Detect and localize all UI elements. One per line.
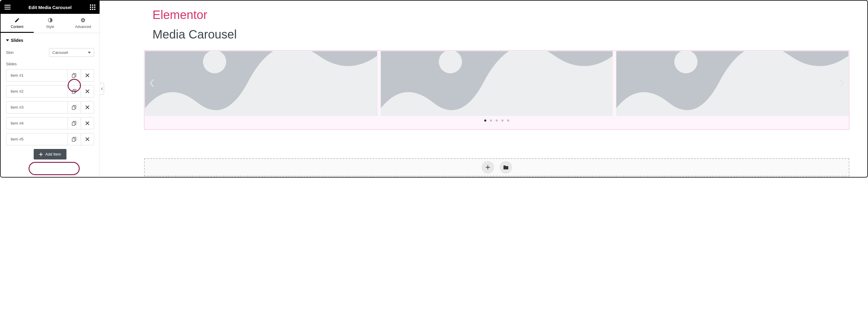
close-icon [85, 89, 89, 93]
chevron-right-icon [839, 79, 844, 88]
svg-point-26 [203, 51, 226, 73]
contrast-icon [48, 18, 53, 23]
carousel-prev-arrow[interactable] [149, 79, 155, 89]
placeholder-image-icon [145, 51, 377, 116]
plus-icon [486, 165, 490, 170]
remove-button[interactable] [81, 117, 94, 129]
skin-select[interactable]: Carousel [49, 48, 94, 57]
skin-field: Skin Carousel [6, 48, 94, 57]
svg-rect-11 [94, 9, 95, 10]
carousel-next-arrow[interactable] [839, 79, 844, 89]
add-template-button[interactable] [500, 161, 512, 174]
media-carousel-widget[interactable] [144, 50, 849, 130]
pagination-dot[interactable] [507, 119, 509, 122]
slide-repeater-item[interactable]: Item #3 [6, 101, 94, 114]
sidebar-header: Edit Media Carousel [1, 1, 99, 14]
duplicate-button[interactable] [67, 101, 81, 113]
tab-content-label: Content [11, 25, 24, 29]
content-panel: Slides Skin Carousel Slides Item #1 Item… [1, 33, 99, 177]
copy-icon [72, 137, 76, 142]
tab-advanced-label: Advanced [75, 25, 91, 29]
svg-rect-3 [90, 4, 91, 6]
skin-label: Skin [6, 50, 13, 55]
duplicate-button[interactable] [67, 133, 81, 145]
carousel-slide[interactable] [145, 51, 377, 116]
close-icon [85, 73, 89, 77]
editor-sidebar: Edit Media Carousel Content Style Advanc… [1, 1, 100, 177]
remove-button[interactable] [81, 133, 94, 145]
tab-style[interactable]: Style [34, 14, 67, 33]
svg-rect-10 [92, 9, 93, 10]
slide-item-label[interactable]: Item #5 [6, 133, 67, 145]
remove-button[interactable] [81, 86, 94, 97]
slides-repeater: Item #1 Item #2 Item #3 Item #4 Item #5 [6, 69, 94, 145]
slide-item-label[interactable]: Item #2 [6, 86, 67, 97]
add-section-button[interactable] [482, 161, 494, 174]
carousel-track [145, 51, 848, 116]
panel-title: Edit Media Carousel [29, 5, 71, 10]
copy-icon [72, 121, 76, 126]
section-slides-header[interactable]: Slides [6, 38, 94, 43]
svg-rect-7 [92, 7, 93, 8]
menu-icon[interactable] [4, 4, 11, 10]
placeholder-image-icon [381, 51, 613, 116]
slides-label: Slides [6, 62, 94, 66]
widget-title: Media Carousel [153, 28, 849, 41]
slide-repeater-item[interactable]: Item #5 [6, 133, 94, 145]
svg-rect-4 [92, 4, 93, 6]
svg-rect-5 [94, 4, 95, 6]
plus-icon [39, 153, 43, 156]
brand-title: Elementor [153, 8, 849, 22]
chevron-down-icon [6, 39, 9, 41]
pencil-icon [14, 18, 20, 23]
slide-item-label[interactable]: Item #1 [6, 69, 67, 81]
svg-point-28 [439, 51, 462, 73]
chevron-left-icon [101, 87, 103, 90]
copy-icon [72, 73, 76, 78]
add-section-zone[interactable] [144, 158, 849, 176]
pagination-dot[interactable] [484, 119, 486, 122]
remove-button[interactable] [81, 69, 94, 81]
svg-rect-2 [4, 9, 10, 10]
skin-select-value: Carousel [52, 50, 68, 55]
slide-repeater-item[interactable]: Item #2 [6, 85, 94, 97]
remove-button[interactable] [81, 101, 94, 113]
gear-icon [80, 18, 86, 23]
svg-rect-22 [72, 138, 75, 142]
slide-item-label[interactable]: Item #3 [6, 101, 67, 113]
svg-rect-14 [72, 74, 75, 78]
svg-point-30 [674, 51, 698, 73]
svg-rect-1 [4, 7, 10, 8]
carousel-slide[interactable] [381, 51, 613, 116]
carousel-slide[interactable] [616, 51, 848, 116]
tab-content[interactable]: Content [1, 14, 34, 33]
preview-area: Elementor Media Carousel [100, 1, 867, 177]
pagination-dot[interactable] [496, 119, 498, 122]
duplicate-button[interactable] [67, 86, 81, 97]
tab-advanced[interactable]: Advanced [66, 14, 99, 33]
folder-icon [503, 165, 508, 170]
pagination-dot[interactable] [501, 119, 503, 122]
close-icon [85, 137, 89, 141]
chevron-down-icon [88, 52, 91, 54]
slide-repeater-item[interactable]: Item #4 [6, 117, 94, 129]
add-item-button[interactable]: Add Item [34, 149, 66, 159]
svg-rect-18 [72, 106, 75, 110]
svg-rect-8 [94, 7, 95, 8]
slide-repeater-item[interactable]: Item #1 [6, 69, 94, 82]
copy-icon [72, 105, 76, 110]
copy-icon [72, 89, 76, 94]
placeholder-image-icon [616, 51, 848, 116]
tab-style-label: Style [46, 25, 54, 29]
carousel-pagination [145, 119, 848, 122]
duplicate-button[interactable] [67, 69, 81, 81]
svg-rect-24 [39, 154, 43, 155]
widgets-grid-icon[interactable] [89, 4, 96, 10]
panel-collapse-handle[interactable] [100, 83, 104, 95]
svg-rect-16 [72, 90, 75, 94]
pagination-dot[interactable] [490, 119, 492, 122]
duplicate-button[interactable] [67, 117, 81, 129]
chevron-left-icon [149, 79, 155, 88]
slide-item-label[interactable]: Item #4 [6, 117, 67, 129]
svg-rect-0 [4, 5, 10, 6]
